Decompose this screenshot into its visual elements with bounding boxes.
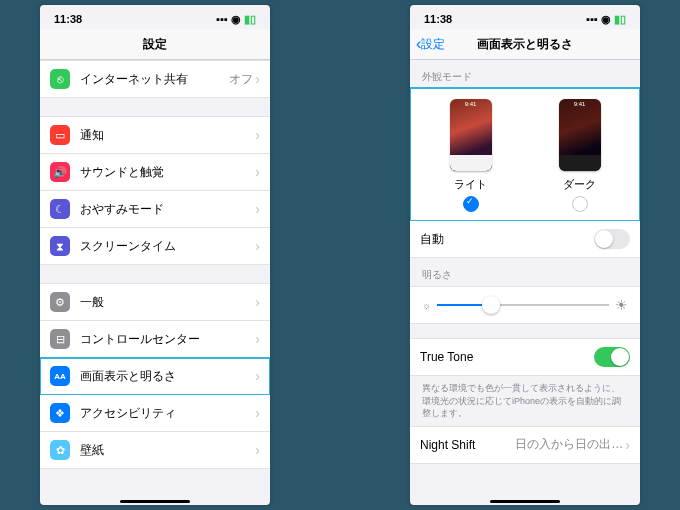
row-control-center[interactable]: ⊟ コントロールセンター › — [40, 321, 270, 358]
row-label: Night Shift — [420, 438, 515, 452]
appearance-option-light[interactable]: 9:41 ライト — [416, 99, 525, 212]
chevron-right-icon: › — [255, 331, 260, 347]
moon-icon: ☾ — [50, 199, 70, 219]
status-time: 11:38 — [54, 13, 82, 25]
slider-thumb[interactable] — [482, 296, 500, 314]
row-night-shift[interactable]: Night Shift 日の入から日の出… › — [410, 426, 640, 464]
wifi-icon: ◉ — [231, 13, 241, 26]
page-title: 設定 — [143, 36, 167, 53]
chevron-right-icon: › — [255, 294, 260, 310]
chevron-right-icon: › — [255, 127, 260, 143]
nav-bar: ‹ 設定 画面表示と明るさ — [410, 29, 640, 60]
truetone-toggle[interactable] — [594, 347, 630, 367]
chevron-right-icon: › — [255, 442, 260, 458]
light-preview: 9:41 — [450, 99, 492, 171]
status-icons: ▪▪▪ ◉ ▮▯ — [216, 13, 256, 26]
appearance-mode-picker: 9:41 ライト 9:41 ダーク — [410, 88, 640, 221]
chevron-right-icon: › — [625, 437, 630, 453]
status-time: 11:38 — [424, 13, 452, 25]
battery-icon: ▮▯ — [244, 13, 256, 26]
signal-icon: ▪▪▪ — [586, 13, 598, 25]
row-label: スクリーンタイム — [80, 238, 255, 255]
signal-icon: ▪▪▪ — [216, 13, 228, 25]
row-label: 通知 — [80, 127, 255, 144]
row-wallpaper[interactable]: ✿ 壁紙 › — [40, 432, 270, 469]
row-auto: 自動 — [410, 221, 640, 258]
battery-icon: ▮▯ — [614, 13, 626, 26]
appearance-header: 外観モード — [410, 60, 640, 88]
brightness-header: 明るさ — [410, 258, 640, 286]
row-notifications[interactable]: ▭ 通知 › — [40, 116, 270, 154]
row-label: 自動 — [420, 231, 594, 248]
back-button[interactable]: ‹ 設定 — [416, 35, 445, 53]
sound-icon: 🔊 — [50, 162, 70, 182]
chevron-right-icon: › — [255, 405, 260, 421]
option-label: ライト — [454, 177, 487, 192]
row-label: コントロールセンター — [80, 331, 255, 348]
appearance-option-dark[interactable]: 9:41 ダーク — [525, 99, 634, 212]
row-accessibility[interactable]: ❖ アクセシビリティ › — [40, 395, 270, 432]
sun-large-icon: ☀ — [615, 297, 628, 313]
truetone-description: 異なる環境でも色が一貫して表示されるように、環境光の状況に応じてiPhoneの表… — [410, 376, 640, 426]
row-truetone: True Tone — [410, 338, 640, 376]
wifi-icon: ◉ — [601, 13, 611, 26]
row-label: インターネット共有 — [80, 71, 229, 88]
chevron-right-icon: › — [255, 71, 260, 87]
row-label: おやすみモード — [80, 201, 255, 218]
row-label: アクセシビリティ — [80, 405, 255, 422]
radio-unselected[interactable] — [572, 196, 588, 212]
status-bar: 11:38 ▪▪▪ ◉ ▮▯ — [410, 5, 640, 29]
row-label: 一般 — [80, 294, 255, 311]
dark-preview: 9:41 — [559, 99, 601, 171]
brightness-slider[interactable] — [437, 304, 609, 306]
row-display-brightness[interactable]: AA 画面表示と明るさ › — [40, 358, 270, 395]
home-indicator[interactable] — [120, 500, 190, 503]
chevron-right-icon: › — [255, 368, 260, 384]
page-title: 画面表示と明るさ — [477, 36, 573, 53]
row-label: サウンドと触覚 — [80, 164, 255, 181]
chevron-right-icon: › — [255, 238, 260, 254]
nav-bar: 設定 — [40, 29, 270, 60]
row-value: 日の入から日の出… — [515, 436, 623, 453]
control-icon: ⊟ — [50, 329, 70, 349]
hotspot-icon: ⎋ — [50, 69, 70, 89]
chevron-right-icon: › — [255, 201, 260, 217]
wallpaper-icon: ✿ — [50, 440, 70, 460]
brightness-slider-row: ☼ ☀ — [410, 286, 640, 324]
row-dnd[interactable]: ☾ おやすみモード › — [40, 191, 270, 228]
status-icons: ▪▪▪ ◉ ▮▯ — [586, 13, 626, 26]
display-brightness-screen: 11:38 ▪▪▪ ◉ ▮▯ ‹ 設定 画面表示と明るさ 外観モード 9:41 … — [410, 5, 640, 505]
sun-small-icon: ☼ — [422, 300, 431, 311]
hourglass-icon: ⧗ — [50, 236, 70, 256]
row-screentime[interactable]: ⧗ スクリーンタイム › — [40, 228, 270, 265]
row-general[interactable]: ⚙ 一般 › — [40, 283, 270, 321]
settings-root-screen: 11:38 ▪▪▪ ◉ ▮▯ 設定 ⎋ インターネット共有 オフ › ▭ 通知 … — [40, 5, 270, 505]
display-icon: AA — [50, 366, 70, 386]
row-hotspot[interactable]: ⎋ インターネット共有 オフ › — [40, 60, 270, 98]
auto-toggle[interactable] — [594, 229, 630, 249]
radio-selected[interactable] — [463, 196, 479, 212]
row-sound[interactable]: 🔊 サウンドと触覚 › — [40, 154, 270, 191]
row-label: True Tone — [420, 350, 594, 364]
chevron-right-icon: › — [255, 164, 260, 180]
accessibility-icon: ❖ — [50, 403, 70, 423]
home-indicator[interactable] — [490, 500, 560, 503]
row-label: 画面表示と明るさ — [80, 368, 255, 385]
row-value: オフ — [229, 71, 253, 88]
option-label: ダーク — [563, 177, 596, 192]
notifications-icon: ▭ — [50, 125, 70, 145]
row-label: 壁紙 — [80, 442, 255, 459]
gear-icon: ⚙ — [50, 292, 70, 312]
status-bar: 11:38 ▪▪▪ ◉ ▮▯ — [40, 5, 270, 29]
